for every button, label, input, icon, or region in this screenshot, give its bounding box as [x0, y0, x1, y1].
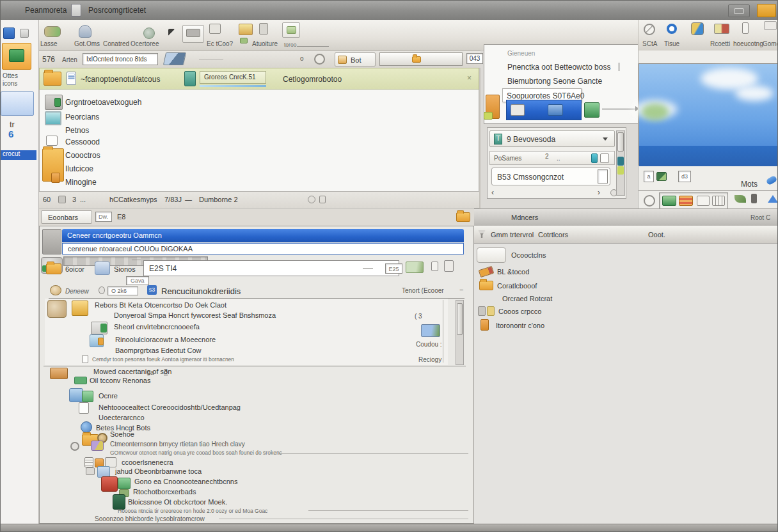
list-b-item-6[interactable]: Ctmeonternsonn brnycy rtietan tiao Hrech… — [110, 441, 245, 448]
nav-item-2[interactable]: Petnos — [65, 126, 89, 135]
tab-small-box[interactable]: Dw. — [95, 212, 112, 222]
selected-view-box[interactable]: Groreos CnrcK.51 — [200, 71, 266, 84]
refresh-icon[interactable] — [644, 195, 655, 207]
device-icon[interactable] — [742, 22, 749, 34]
list-b-item-7[interactable]: GOmcwour otcnoet natrig onua yre cooad b… — [110, 450, 282, 456]
breadcrumb-section[interactable]: Cetlogomrobotoo — [283, 75, 342, 84]
thumbnail-view-icon[interactable] — [662, 196, 676, 206]
bot-group[interactable]: Bot — [335, 52, 376, 66]
sidebar-item-selected[interactable]: crocut — [1, 150, 36, 160]
right-item-3[interactable]: Orcraed Rotcrat — [502, 295, 552, 302]
shape-icon[interactable] — [44, 26, 61, 37]
list-view-icon[interactable] — [679, 196, 693, 206]
table-view-button[interactable] — [2, 43, 31, 70]
nav-item-1[interactable]: Peorcians — [65, 113, 99, 121]
panel-icon[interactable] — [20, 29, 29, 38]
menu-item-1[interactable]: Biemubrtong Seone Gancte — [507, 77, 602, 86]
phone-icon[interactable] — [691, 22, 704, 35]
list-b-item-2[interactable]: Nehtooocealtect Coreoocidoshtb/Ucedtanpa… — [99, 403, 241, 411]
edit-icon[interactable] — [209, 24, 221, 34]
picture-icon[interactable] — [239, 24, 253, 35]
record-icon[interactable] — [667, 24, 677, 34]
list-a-item-0[interactable]: Rebors Bt Keta Otcencortso Do Oek Claot — [95, 301, 226, 309]
camera-button[interactable] — [282, 22, 300, 38]
column-header-1[interactable]: Gmm trtervrol — [491, 231, 534, 239]
tab-gava[interactable]: Gava — [126, 276, 149, 285]
3d-icon[interactable] — [163, 52, 186, 65]
list-b-item-5[interactable]: Soehoe — [110, 430, 134, 438]
right-item-4[interactable]: Cooos crpcco — [498, 308, 541, 315]
flower-icon[interactable] — [143, 27, 155, 39]
contact-icon[interactable] — [95, 262, 110, 275]
number-icon[interactable] — [444, 260, 454, 272]
magnifier-icon[interactable] — [314, 54, 325, 65]
list-b-item-3[interactable]: Uoecterarcnco — [99, 414, 145, 421]
nav-item-3[interactable]: Cessoood — [65, 137, 100, 146]
column-header-2[interactable]: Cotrtlcors — [538, 231, 568, 239]
nav-right-arrow[interactable]: › — [598, 188, 600, 197]
clip-icon[interactable] — [99, 286, 105, 294]
status-circle-icon[interactable] — [644, 24, 655, 35]
nav-item-6[interactable]: Minogine — [65, 178, 97, 187]
list-b-item-1[interactable]: Ocnre — [99, 392, 118, 400]
pin-icon[interactable] — [751, 194, 757, 203]
triangle-icon[interactable] — [768, 195, 778, 203]
list-b-item-11[interactable]: Rtochotborcxerbads — [133, 488, 196, 496]
window-restore-button[interactable] — [728, 4, 750, 17]
subject-field[interactable]: cenrenue ntoaraceul COUOu DiGOKAA — [62, 243, 464, 254]
right-item-5[interactable]: Itoronontr c'ono — [496, 322, 544, 329]
list-a-item-5[interactable]: Cemdyr toon pesonsa foeuk Aontoa igmerao… — [92, 356, 234, 363]
page-icon[interactable] — [431, 262, 438, 271]
app-icon[interactable] — [3, 27, 15, 39]
search-combo[interactable]: IxlOcnted tronco 8tds — [83, 53, 158, 65]
combo-input[interactable]: B53 Cmssongcnzot — [491, 168, 610, 185]
status-page-icon[interactable] — [319, 196, 326, 203]
grid-view-icon[interactable] — [712, 196, 725, 206]
nav-left-arrow[interactable]: ‹ — [491, 188, 494, 197]
status-circle-icon[interactable] — [308, 196, 315, 203]
right-item-2[interactable]: Coratlcbooof — [497, 282, 537, 290]
preset-button[interactable] — [477, 247, 506, 263]
right-item-1[interactable]: BL &tocod — [497, 268, 529, 276]
gear-icon[interactable] — [184, 71, 196, 86]
pen-icon[interactable] — [766, 175, 778, 186]
list-b-item-10[interactable]: Gono ea Cnoonooteanechtbcnns — [134, 478, 237, 485]
list-a-item-4[interactable]: Baomprgrtxas Edeotut Cow — [115, 347, 202, 354]
list-b-item-9[interactable]: jahud Obeonbrbanwne toca — [115, 467, 202, 475]
list-a-item-3[interactable]: Rinoolulcioracowtr a Moeecnore — [115, 336, 216, 343]
dialog-scrollbar[interactable] — [456, 300, 464, 365]
list-b-item-12[interactable]: Bloicssnoe Ot obckcrtoor Moek. — [128, 498, 227, 506]
right-item-0[interactable]: Ocooctclns — [511, 251, 546, 259]
nav-item-4[interactable]: Coooctros — [65, 151, 100, 160]
tool-icon[interactable] — [259, 23, 268, 35]
address-dropdown[interactable] — [379, 52, 463, 66]
flag-view-icon[interactable] — [697, 196, 710, 206]
funnel-icon[interactable] — [478, 230, 486, 238]
panel-scrollbar[interactable] — [616, 130, 625, 196]
list-a-item-2[interactable]: Sheorl cnvlrtebncrcnooeefa — [114, 323, 200, 331]
people-icon[interactable] — [79, 25, 91, 38]
close-icon[interactable]: × — [467, 74, 472, 82]
list-b-item-0[interactable]: Oil tcconv Renonas — [90, 377, 150, 384]
tab-eoonbars[interactable]: Eoonbars — [41, 210, 92, 224]
scrollbar-thumb[interactable] — [457, 303, 463, 335]
field-input[interactable]: E2S TI4 — [143, 260, 399, 276]
thumbnail-icon[interactable] — [421, 324, 440, 337]
report-icon[interactable] — [714, 24, 729, 34]
breadcrumb-path[interactable]: ~fcanoptoenotul/atcous — [81, 75, 160, 84]
grid-icon[interactable] — [58, 196, 66, 203]
nav-item-0[interactable]: Grgntroetoavetxogueh — [65, 98, 141, 107]
list-a-item-1[interactable]: Donyeroal Smpa Honcrt fywcorest Seaf Bns… — [114, 311, 276, 319]
menu-item-0[interactable]: Pnenctka oot Betteowcto boss — [507, 63, 610, 72]
list-b-item-8[interactable]: ccooerlsnenecra — [122, 458, 173, 466]
collapse-toggle[interactable]: − — [459, 286, 463, 293]
folder-icon[interactable] — [456, 212, 470, 222]
nav-item-5[interactable]: Ilutcicoe — [65, 164, 93, 173]
po-row[interactable]: PoSames 2 .. — [489, 151, 615, 165]
scrollbar-thumb[interactable] — [617, 132, 624, 152]
image-icon[interactable] — [406, 262, 424, 273]
dialog-title-bar[interactable]: Ceneer cncrtgoeotru Oammcn — [62, 229, 464, 242]
spinner[interactable] — [598, 169, 608, 184]
thumbnail-box[interactable] — [1, 91, 34, 116]
window-close-button[interactable] — [757, 4, 776, 17]
